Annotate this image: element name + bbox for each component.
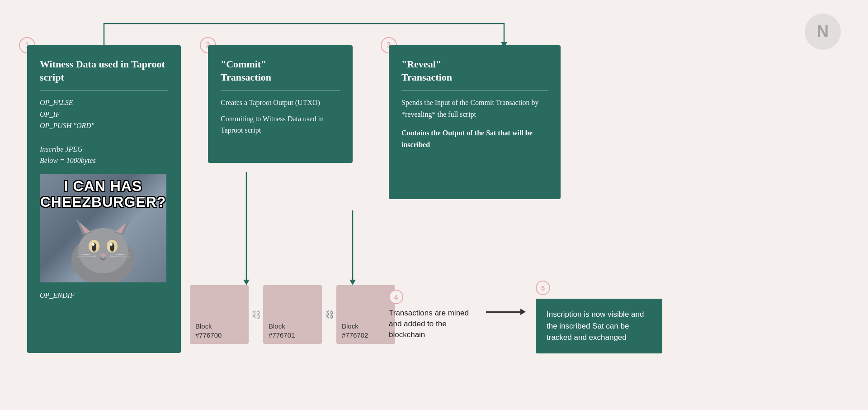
card3-body-p1: Spends the Input of the Commit Transacti… — [401, 97, 548, 120]
arrow-right — [486, 311, 522, 313]
chain-link-1: ⛓ — [322, 310, 336, 320]
card1-title: Witness Data used in Taproot script — [40, 58, 168, 91]
step2-wrapper: 2 "Commit"Transaction Creates a Taproot … — [208, 45, 353, 163]
block-1-label: Block#776701 — [269, 322, 295, 339]
card2-body: Creates a Taproot Output (UTXO) Commitin… — [221, 97, 340, 136]
arrow-right-head — [520, 309, 526, 315]
blocks-row: Block#776700 ⛓ Block#776701 ⛓ Block#7767… — [190, 285, 395, 344]
svg-point-17 — [100, 253, 106, 257]
main-container: N 1 Witness Data used in Taproot script … — [0, 0, 868, 410]
step3-wrapper: 3 "Reveal"Transaction Spends the Input o… — [389, 45, 561, 199]
op-push: OP_PUSH "ORD" — [40, 120, 168, 132]
inscription-label: Inscribe JPEGBelow = 1000bytes — [40, 143, 168, 167]
card1-code: OP_FALSE OP_IF OP_PUSH "ORD" Inscribe JP… — [40, 97, 168, 167]
card2-body-p1: Creates a Taproot Output (UTXO) — [221, 97, 340, 109]
card2-title: "Commit"Transaction — [221, 58, 340, 91]
step4-text: Transactions are mined and added to the … — [389, 308, 479, 340]
card5: Inscription is now visible and the inscr… — [536, 299, 662, 353]
op-false: OP_FALSE — [40, 97, 168, 109]
card3: "Reveal"Transaction Spends the Input of … — [389, 45, 561, 199]
block-0-label: Block#776700 — [195, 322, 222, 339]
logo: N — [805, 14, 841, 50]
op-if: OP_IF — [40, 109, 168, 120]
card1: Witness Data used in Taproot script OP_F… — [27, 45, 181, 353]
step5-wrapper: 5 Inscription is now visible and the ins… — [536, 281, 662, 353]
card1-footer: OP_ENDIF — [40, 290, 168, 301]
cat-face-svg — [62, 210, 144, 282]
step4-wrapper: 4 Transactions are mined and added to th… — [389, 290, 479, 340]
block-2-label: Block#776702 — [342, 322, 368, 339]
step1-wrapper: 1 Witness Data used in Taproot script OP… — [27, 45, 181, 353]
card2-body-p2: Commiting to Witness Data used in Taproo… — [221, 113, 340, 136]
card3-body-p2: Contains the Output of the Sat that will… — [401, 127, 548, 150]
cat-line1: I CAN HAS — [40, 178, 166, 194]
block-0: Block#776700 — [190, 285, 249, 344]
card3-title: "Reveal"Transaction — [401, 58, 548, 91]
svg-point-6 — [78, 228, 128, 273]
cat-meme-image: I CAN HAS CHEEZBURGER? — [40, 174, 166, 282]
cat-line2: CHEEZBURGER? — [40, 194, 166, 210]
cat-meme-text: I CAN HAS CHEEZBURGER? — [40, 178, 166, 210]
block-2: Block#776702 — [336, 285, 395, 344]
step5-text: Inscription is now visible and the inscr… — [547, 310, 644, 342]
step4-number: 4 — [389, 290, 403, 304]
svg-point-16 — [110, 243, 113, 246]
block-1: Block#776701 — [263, 285, 322, 344]
svg-point-15 — [92, 243, 94, 246]
card2: "Commit"Transaction Creates a Taproot Ou… — [208, 45, 353, 163]
step5-number: 5 — [536, 281, 550, 295]
chain-link-0: ⛓ — [249, 310, 263, 320]
card3-body: Spends the Input of the Commit Transacti… — [401, 97, 548, 150]
